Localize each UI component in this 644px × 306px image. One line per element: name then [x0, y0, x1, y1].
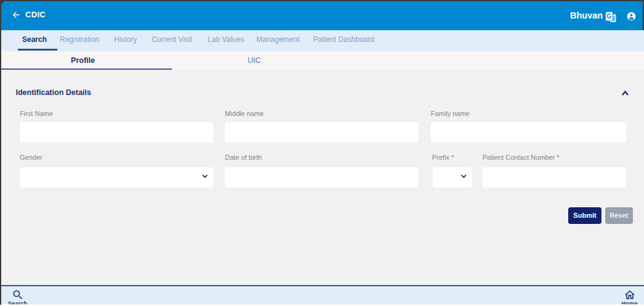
- svg-text:G: G: [607, 13, 612, 20]
